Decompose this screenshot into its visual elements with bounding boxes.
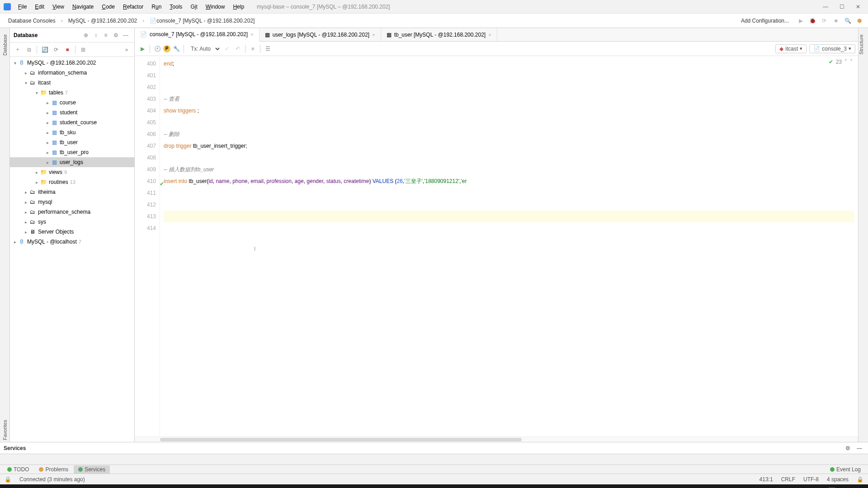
- datagrip-icon[interactable]: 🛢: [126, 486, 139, 488]
- crumb-console[interactable]: 📄 console_7 [MySQL - @192.168.200.202]: [145, 16, 259, 26]
- tree-schema-itcast[interactable]: ▾🗂itcast: [10, 78, 134, 88]
- search-taskbar-icon[interactable]: 🔍: [18, 486, 32, 488]
- inspection-widget[interactable]: ✔ 23 ˄ ˅: [829, 59, 853, 65]
- explain-plan-icon[interactable]: P: [163, 45, 170, 52]
- menu-refactor[interactable]: Refactor: [119, 2, 147, 12]
- right-tab-structure[interactable]: Structure: [859, 33, 864, 56]
- gear-icon[interactable]: ⚙: [111, 30, 121, 40]
- target-icon[interactable]: ⊕: [81, 30, 91, 40]
- tx-mode-select[interactable]: Tx: Auto: [186, 44, 221, 53]
- tree-server-objects[interactable]: ▸🖥Server Objects: [10, 227, 134, 237]
- tree-table[interactable]: ▸▦tb_sku: [10, 127, 134, 137]
- menu-code[interactable]: Code: [98, 2, 118, 12]
- app-icon[interactable]: 🗄: [95, 486, 108, 488]
- left-tab-database[interactable]: Database: [2, 33, 8, 57]
- history-icon[interactable]: 🕘: [152, 44, 162, 54]
- stop-icon[interactable]: ■: [831, 16, 841, 26]
- menu-view[interactable]: View: [49, 2, 68, 12]
- rollback-icon[interactable]: ↶: [233, 44, 243, 54]
- menu-run[interactable]: Run: [148, 2, 165, 12]
- tree-schema[interactable]: ▸🗂mysql: [10, 197, 134, 207]
- tree-schema[interactable]: ▸🗂itheima: [10, 187, 134, 197]
- close-icon[interactable]: ×: [372, 32, 375, 38]
- menu-git[interactable]: Git: [187, 2, 201, 12]
- tree-schema[interactable]: ▸🗂information_schema: [10, 68, 134, 78]
- tab-todo[interactable]: TODO: [3, 465, 33, 474]
- close-button[interactable]: ✕: [852, 2, 864, 11]
- minimize-button[interactable]: —: [819, 2, 832, 11]
- schema-chip[interactable]: ◆itcast ▾: [775, 44, 807, 53]
- powerpoint-icon[interactable]: ▣: [141, 486, 155, 488]
- hide-icon[interactable]: —: [854, 443, 864, 453]
- collapse-icon[interactable]: ≡: [101, 30, 111, 40]
- tree-tables-folder[interactable]: ▾📁tables7: [10, 88, 134, 98]
- search-icon[interactable]: 🔍: [843, 16, 853, 26]
- line-separator[interactable]: CRLF: [781, 476, 795, 483]
- debug-icon[interactable]: 🐞: [807, 16, 817, 26]
- maximize-button[interactable]: ☐: [835, 2, 848, 11]
- stop-sync-icon[interactable]: ■: [62, 45, 72, 55]
- more-icon[interactable]: »: [122, 45, 132, 55]
- tab-problems[interactable]: Problems: [34, 465, 73, 474]
- tree-views-folder[interactable]: ▸📁views9: [10, 167, 134, 177]
- menu-window[interactable]: Window: [202, 2, 229, 12]
- tree-table[interactable]: ▸▦tb_user_pro: [10, 147, 134, 157]
- tree-datasource[interactable]: ▾🛢 MySQL - @192.168.200.202: [10, 58, 134, 68]
- chrome-icon[interactable]: 🌐: [33, 486, 47, 488]
- run-icon[interactable]: ▶: [796, 16, 806, 26]
- menu-file[interactable]: File: [14, 2, 30, 12]
- refresh-icon[interactable]: 🔄: [40, 45, 50, 55]
- tree-datasource[interactable]: ▸🛢MySQL - @localhost7: [10, 237, 134, 247]
- expand-icon[interactable]: ↕: [91, 30, 101, 40]
- tab-services[interactable]: Services: [74, 465, 110, 474]
- output-icon[interactable]: ☰: [263, 44, 273, 54]
- tree-table[interactable]: ▸▦student: [10, 108, 134, 117]
- crumb-root[interactable]: Database Consoles: [4, 16, 60, 26]
- tree-routines-folder[interactable]: ▸📁routines13: [10, 177, 134, 187]
- start-button[interactable]: ⊞: [3, 486, 16, 488]
- gear-icon[interactable]: ⚙: [843, 443, 853, 453]
- menu-edit[interactable]: Edit: [31, 2, 48, 12]
- horizontal-scrollbar[interactable]: [135, 436, 858, 442]
- tree-table[interactable]: ▸▦course: [10, 98, 134, 108]
- tab-console7[interactable]: 📄 console_7 [MySQL - @192.168.200.202] ×: [135, 28, 259, 42]
- menu-navigate[interactable]: Navigate: [69, 2, 97, 12]
- settings-icon[interactable]: ⬢: [854, 16, 864, 26]
- app-icon[interactable]: 📊: [156, 486, 170, 488]
- cursor-position[interactable]: 413:1: [760, 476, 773, 483]
- app-icon[interactable]: 💻: [110, 486, 124, 488]
- menu-help[interactable]: Help: [229, 2, 248, 12]
- tree-table-selected[interactable]: ▸▦user_logs: [10, 157, 134, 167]
- code-editor[interactable]: 400 401 402 403 404 405 406 407 408 409 …: [135, 56, 858, 436]
- new-icon[interactable]: ＋: [13, 45, 23, 55]
- sync-icon[interactable]: ⟳: [51, 45, 61, 55]
- crumb-connection[interactable]: MySQL - @192.168.200.202: [64, 16, 142, 26]
- cancel-icon[interactable]: ■: [248, 44, 258, 54]
- lock-icon[interactable]: 🔒: [857, 476, 863, 483]
- view-icon[interactable]: ⊞: [78, 45, 88, 55]
- execute-icon[interactable]: ▶: [137, 44, 147, 54]
- close-icon[interactable]: ×: [250, 32, 253, 37]
- explorer-icon[interactable]: 📁: [49, 486, 62, 488]
- tree-table[interactable]: ▸▦tb_user: [10, 137, 134, 147]
- close-icon[interactable]: ×: [488, 32, 491, 38]
- session-chip[interactable]: 📄console_3 ▾: [809, 44, 855, 53]
- tab-userlogs[interactable]: ▦ user_logs [MySQL - @192.168.200.202] ×: [259, 28, 381, 41]
- menu-tools[interactable]: Tools: [166, 2, 186, 12]
- duplicate-icon[interactable]: ⧉: [24, 45, 34, 55]
- chevron-up-icon[interactable]: ˄: [844, 59, 847, 65]
- coverage-icon[interactable]: ⟳: [819, 16, 829, 26]
- tree-schema[interactable]: ▸🗂sys: [10, 217, 134, 227]
- code-body[interactable]: ✔ 23 ˄ ˅ end; -- 查看 show triggers ; -- 删…: [160, 56, 858, 436]
- tree-table[interactable]: ▸▦student_course: [10, 117, 134, 127]
- file-encoding[interactable]: UTF-8: [803, 476, 819, 483]
- services-panel-header[interactable]: Services ⚙ —: [0, 442, 868, 454]
- indent-setting[interactable]: 4 spaces: [827, 476, 849, 483]
- wrench-icon[interactable]: 🔧: [171, 44, 181, 54]
- hide-icon[interactable]: —: [121, 30, 131, 40]
- chevron-down-icon[interactable]: ˅: [850, 59, 853, 65]
- app-icon[interactable]: 🗂: [64, 486, 78, 488]
- left-tab-favorites[interactable]: Favorites: [2, 418, 8, 442]
- app-icon[interactable]: 📄: [80, 486, 93, 488]
- add-configuration-button[interactable]: Add Configuration...: [736, 15, 794, 26]
